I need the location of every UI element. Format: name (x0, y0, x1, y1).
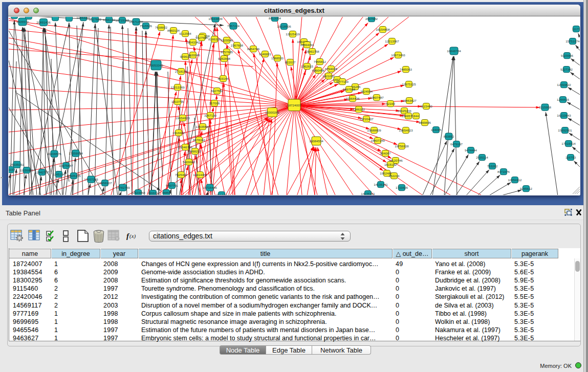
svg-text:317006: 317006 (209, 101, 220, 105)
svg-text:844: 844 (413, 114, 419, 118)
svg-text:1362615: 1362615 (301, 64, 314, 68)
svg-text:9327505: 9327505 (195, 36, 208, 39)
svg-text:19756928: 19756928 (395, 144, 409, 148)
svg-text:6466160: 6466160 (103, 18, 116, 21)
svg-text:19961758: 19961758 (305, 50, 319, 53)
svg-text:1615132: 1615132 (384, 163, 397, 166)
svg-text:8186328: 8186328 (208, 37, 221, 41)
svg-text:1010755: 1010755 (171, 100, 184, 103)
svg-text:17016514: 17016514 (561, 142, 576, 145)
svg-text:9329546: 9329546 (221, 38, 233, 42)
svg-text:763262: 763262 (487, 164, 498, 168)
svg-text:11156829: 11156829 (20, 168, 34, 172)
svg-text:15716485: 15716485 (203, 186, 217, 189)
svg-text:26535061: 26535061 (10, 163, 24, 166)
svg-text:8578342: 8578342 (193, 138, 206, 142)
svg-text:1244415: 1244415 (557, 98, 570, 101)
svg-text:9112954: 9112954 (179, 32, 191, 35)
svg-text:9777169: 9777169 (336, 80, 349, 83)
svg-text:13535584: 13535584 (195, 125, 210, 128)
svg-text:94857: 94857 (162, 191, 171, 194)
svg-text:10025433: 10025433 (397, 109, 411, 113)
svg-text:8427552: 8427552 (211, 89, 224, 93)
svg-text:12975125: 12975125 (402, 82, 416, 86)
svg-text:7485063: 7485063 (400, 68, 412, 71)
svg-text:10719155: 10719155 (115, 18, 129, 22)
svg-text:25300265: 25300265 (265, 111, 279, 114)
svg-text:12323468: 12323468 (131, 191, 145, 194)
svg-text:11173: 11173 (572, 27, 580, 31)
svg-text:12213967: 12213967 (385, 39, 399, 43)
svg-text:15751074: 15751074 (565, 39, 580, 43)
svg-text:164095: 164095 (431, 128, 442, 132)
svg-text:8757685: 8757685 (221, 50, 233, 54)
svg-text:16210643: 16210643 (557, 114, 571, 117)
svg-text:20206576: 20206576 (47, 152, 61, 156)
svg-text:17359934: 17359934 (69, 151, 83, 155)
svg-text:20053346: 20053346 (149, 63, 163, 67)
svg-text:7386322: 7386322 (353, 107, 365, 111)
svg-text:12505135: 12505135 (67, 174, 81, 178)
svg-text:1588520: 1588520 (271, 56, 284, 60)
svg-text:803144: 803144 (218, 77, 229, 80)
svg-text:10973493: 10973493 (391, 53, 405, 57)
svg-text:7955812: 7955812 (314, 60, 326, 63)
svg-text:2687682: 2687682 (365, 17, 378, 20)
svg-text:1145194: 1145194 (53, 172, 65, 176)
svg-text:14136141: 14136141 (361, 192, 375, 195)
svg-text:7625402: 7625402 (175, 173, 188, 177)
svg-text:9242848: 9242848 (218, 57, 231, 60)
svg-text:39157: 39157 (9, 168, 15, 171)
svg-text:(x): (x) (129, 233, 136, 239)
svg-text:9227342: 9227342 (560, 68, 573, 71)
svg-text:1621022: 1621022 (322, 74, 335, 78)
svg-text:8660124: 8660124 (167, 29, 180, 32)
svg-text:9146821: 9146821 (259, 52, 272, 56)
svg-text:8471676: 8471676 (497, 170, 510, 173)
svg-text:62160: 62160 (386, 102, 395, 105)
svg-text:961334: 961334 (216, 193, 227, 195)
svg-text:19654923: 19654923 (176, 116, 190, 120)
svg-text:7515526: 7515526 (140, 24, 153, 28)
svg-text:16782759: 16782759 (116, 186, 130, 189)
svg-text:16154808: 16154808 (376, 28, 390, 31)
svg-text:14136141: 14136141 (374, 183, 388, 186)
svg-text:2367608: 2367608 (231, 43, 244, 47)
svg-text:9457791: 9457791 (166, 184, 179, 187)
svg-text:15692901: 15692901 (558, 128, 572, 132)
svg-text:19218506: 19218506 (277, 25, 291, 28)
svg-text:1916682: 1916682 (172, 131, 185, 135)
svg-text:20891406: 20891406 (36, 20, 51, 24)
svg-text:3624554: 3624554 (360, 90, 373, 93)
svg-text:15720407: 15720407 (359, 117, 374, 121)
svg-text:16046788: 16046788 (178, 145, 192, 149)
svg-text:252214: 252214 (389, 174, 400, 178)
svg-text:6497568: 6497568 (343, 87, 356, 91)
svg-text:2935114: 2935114 (476, 156, 488, 159)
svg-text:8813054: 8813054 (269, 17, 281, 20)
svg-text:12213369: 12213369 (170, 85, 185, 89)
svg-text:9245612: 9245612 (520, 187, 533, 190)
svg-text:6479197: 6479197 (450, 142, 463, 146)
svg-text:939612: 939612 (180, 55, 191, 58)
svg-text:893892: 893892 (444, 135, 454, 138)
svg-text:10958107: 10958107 (98, 181, 112, 185)
svg-text:16914469: 16914469 (193, 173, 207, 177)
svg-text:16848784: 16848784 (447, 49, 461, 53)
svg-text:1405572: 1405572 (16, 20, 29, 24)
svg-text:6794028: 6794028 (325, 67, 338, 71)
svg-text:934067: 934067 (380, 151, 391, 155)
svg-text:7857224: 7857224 (227, 24, 240, 28)
svg-text:2718176: 2718176 (175, 70, 188, 73)
svg-text:116753: 116753 (565, 156, 576, 159)
svg-text:6990448: 6990448 (312, 69, 325, 72)
svg-text:21364436: 21364436 (345, 97, 360, 100)
svg-text:9899695: 9899695 (419, 121, 431, 124)
svg-text:1527602: 1527602 (89, 17, 102, 21)
svg-text:7638822: 7638822 (155, 26, 168, 29)
svg-text:16671355: 16671355 (129, 20, 143, 24)
svg-text:12942757: 12942757 (35, 170, 49, 174)
svg-text:19384554: 19384554 (309, 139, 323, 143)
svg-text:3498222: 3498222 (189, 149, 202, 153)
svg-text:18407249: 18407249 (371, 139, 385, 142)
